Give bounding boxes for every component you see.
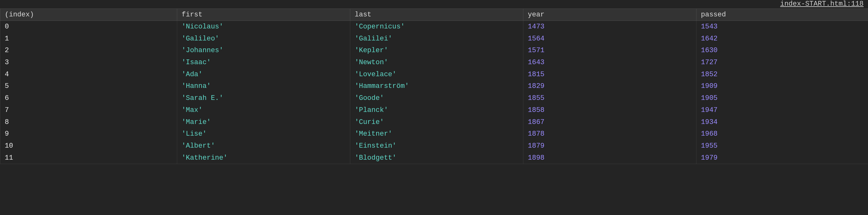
cell-first: 'Max': [177, 104, 350, 116]
cell-passed: 1630: [696, 45, 868, 57]
cell-last: 'Meitner': [350, 128, 523, 140]
cell-index: 4: [0, 69, 177, 81]
cell-last: 'Planck': [350, 104, 523, 116]
cell-first: 'Isaac': [177, 57, 350, 69]
table-row: 2'Johannes''Kepler'15711630: [0, 45, 868, 57]
cell-index: 10: [0, 140, 177, 152]
cell-passed: 1909: [696, 80, 868, 92]
cell-year: 1815: [523, 69, 696, 81]
cell-index: 11: [0, 152, 177, 164]
cell-first: 'Katherine': [177, 152, 350, 164]
table-row: 1'Galileo''Galilei'15641642: [0, 33, 868, 45]
cell-first: 'Johannes': [177, 45, 350, 57]
cell-last: 'Newton': [350, 57, 523, 69]
cell-last: 'Kepler': [350, 45, 523, 57]
cell-year: 1473: [523, 21, 696, 33]
cell-last: 'Blodgett': [350, 152, 523, 164]
table-row: 11'Katherine''Blodgett'18981979: [0, 152, 868, 164]
cell-passed: 1852: [696, 69, 868, 81]
cell-passed: 1947: [696, 104, 868, 116]
table-row: 9'Lise''Meitner'18781968: [0, 128, 868, 140]
cell-year: 1643: [523, 57, 696, 69]
cell-index: 5: [0, 80, 177, 92]
cell-passed: 1543: [696, 21, 868, 33]
col-header-last: last: [350, 9, 523, 21]
cell-last: 'Copernicus': [350, 21, 523, 33]
cell-year: 1878: [523, 128, 696, 140]
cell-first: 'Sarah E.': [177, 92, 350, 104]
table-row: 0'Nicolaus''Copernicus'14731543: [0, 21, 868, 33]
cell-first: 'Nicolaus': [177, 21, 350, 33]
cell-last: 'Hammarström': [350, 80, 523, 92]
table-row: 3'Isaac''Newton'16431727: [0, 57, 868, 69]
table-row: 7'Max''Planck'18581947: [0, 104, 868, 116]
table-header-row: (index) first last year passed: [0, 9, 868, 21]
cell-first: 'Hanna': [177, 80, 350, 92]
cell-passed: 1905: [696, 92, 868, 104]
cell-index: 1: [0, 33, 177, 45]
cell-index: 9: [0, 128, 177, 140]
table-row: 8'Marie''Curie'18671934: [0, 116, 868, 128]
cell-index: 2: [0, 45, 177, 57]
table-row: 6'Sarah E.''Goode'18551905: [0, 92, 868, 104]
cell-year: 1879: [523, 140, 696, 152]
cell-index: 6: [0, 92, 177, 104]
table-body: 0'Nicolaus''Copernicus'147315431'Galileo…: [0, 21, 868, 164]
table-row: 4'Ada''Lovelace'18151852: [0, 69, 868, 81]
console-table: (index) first last year passed 0'Nicolau…: [0, 8, 868, 164]
col-header-index: (index): [0, 9, 177, 21]
table-row: 5'Hanna''Hammarström'18291909: [0, 80, 868, 92]
cell-year: 1564: [523, 33, 696, 45]
cell-passed: 1955: [696, 140, 868, 152]
cell-year: 1858: [523, 104, 696, 116]
cell-first: 'Ada': [177, 69, 350, 81]
cell-last: 'Goode': [350, 92, 523, 104]
cell-year: 1855: [523, 92, 696, 104]
cell-index: 7: [0, 104, 177, 116]
cell-index: 0: [0, 21, 177, 33]
cell-passed: 1727: [696, 57, 868, 69]
col-header-year: year: [523, 9, 696, 21]
cell-last: 'Einstein': [350, 140, 523, 152]
col-header-passed: passed: [696, 9, 868, 21]
cell-last: 'Galilei': [350, 33, 523, 45]
cell-year: 1571: [523, 45, 696, 57]
cell-first: 'Lise': [177, 128, 350, 140]
cell-passed: 1642: [696, 33, 868, 45]
cell-year: 1829: [523, 80, 696, 92]
cell-year: 1898: [523, 152, 696, 164]
cell-first: 'Galileo': [177, 33, 350, 45]
cell-first: 'Albert': [177, 140, 350, 152]
cell-last: 'Curie': [350, 116, 523, 128]
table-row: 10'Albert''Einstein'18791955: [0, 140, 868, 152]
cell-passed: 1934: [696, 116, 868, 128]
cell-first: 'Marie': [177, 116, 350, 128]
cell-passed: 1979: [696, 152, 868, 164]
cell-passed: 1968: [696, 128, 868, 140]
source-link[interactable]: index-START.html:118: [0, 0, 868, 8]
col-header-first: first: [177, 9, 350, 21]
cell-index: 3: [0, 57, 177, 69]
cell-index: 8: [0, 116, 177, 128]
cell-year: 1867: [523, 116, 696, 128]
cell-last: 'Lovelace': [350, 69, 523, 81]
